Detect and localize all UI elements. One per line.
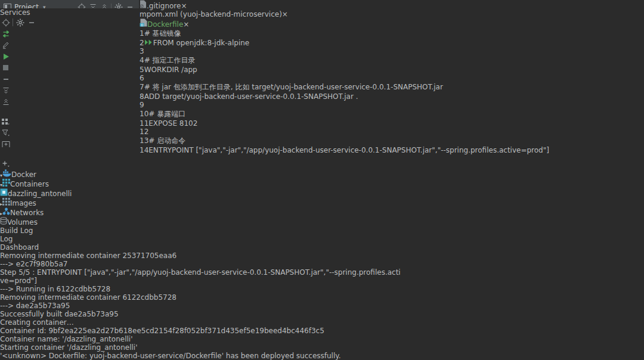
filter-button[interactable] (0, 127, 11, 138)
services-header: Services (0, 8, 644, 28)
project-toolbar (76, 2, 135, 9)
run-icon (2, 53, 10, 60)
console-line: Removing intermediate container 6122cdbb… (0, 293, 644, 302)
console-line: ---> Running in 6122cdbb5728 (0, 285, 644, 293)
log-tab-dashboard[interactable]: Dashboard (0, 243, 644, 252)
tree-item-label: Images (10, 199, 36, 207)
services-tree-toolbar (0, 85, 644, 169)
gear-button[interactable] (113, 2, 124, 9)
new-frame-button[interactable] (0, 138, 11, 150)
stop-icon (2, 64, 9, 71)
services-side-toolbar (0, 28, 644, 85)
tool-window-icon (4, 4, 11, 9)
services-panel-title: Services (0, 8, 30, 17)
add-icon (2, 160, 10, 167)
chevron-down-icon[interactable]: ▾ (43, 4, 46, 8)
project-panel-title[interactable]: Project (14, 3, 39, 8)
editor-area: .gitignore×mpom.xml (yuoj-backend-micros… (140, 0, 549, 8)
tree-item-label: Volumes (7, 218, 38, 226)
services-tree-item-containers[interactable]: ▾Containers (0, 179, 644, 188)
tree-item-label: Networks (10, 209, 44, 217)
edit-button[interactable] (0, 39, 11, 51)
group-icon (2, 118, 10, 125)
add-button[interactable] (0, 158, 11, 169)
networks-icon (2, 209, 10, 217)
services-tree[interactable]: ▾Docker▾Containersdazzling_antonelli▸Ima… (0, 169, 644, 226)
services-header-toolbar (0, 17, 644, 28)
gear-icon (114, 3, 123, 8)
project-header: Project ▾ (0, 0, 139, 8)
collapse-all-icon (2, 98, 10, 105)
console-line: Container name: '/dazzling_antonelli' (0, 335, 644, 343)
log-tabs: Build LogLogDashboard (0, 226, 644, 252)
volumes-icon (0, 218, 7, 226)
container-icon (0, 190, 8, 198)
services-tree-item-dazzling_antonelli[interactable]: dazzling_antonelli (0, 188, 644, 198)
log-pane: Build LogLogDashboard Removing intermedi… (0, 226, 644, 360)
console-line: ve=prod"] (0, 277, 644, 285)
toolbar-separator (13, 18, 13, 26)
console-line: Successfully built dae2a5b73a95 (0, 310, 644, 318)
collapse-all-button[interactable] (0, 96, 11, 107)
console-line: Creating container… (0, 318, 644, 327)
services-body: ▾Docker▾Containersdazzling_antonelli▸Ima… (0, 28, 644, 360)
locate-button[interactable] (76, 2, 87, 9)
services-tree-item-images[interactable]: ▸Images (0, 198, 644, 207)
run-button[interactable] (0, 51, 11, 62)
expand-all-icon (89, 4, 97, 8)
console-line: Starting container '/dazzling_antonelli' (0, 343, 644, 352)
hide-icon (28, 19, 35, 26)
services-tree-pane: ▾Docker▾Containersdazzling_antonelli▸Ima… (0, 85, 644, 226)
images-icon (2, 199, 10, 207)
console-line: Step 5/5 : ENTRYPOINT ["java","-jar","/a… (0, 268, 644, 277)
build-log-console[interactable]: Removing intermediate container 25371705… (0, 252, 644, 360)
services-tree-item-volumes[interactable]: Volumes (0, 217, 644, 226)
deploy-icon (2, 30, 10, 38)
tree-item-label: Containers (10, 180, 49, 188)
gear-icon (16, 18, 24, 27)
console-line: ---> dae2a5b73a95 (0, 302, 644, 310)
expand-all-button[interactable] (87, 2, 98, 9)
locate-icon (78, 3, 86, 8)
services-tree-item-docker[interactable]: ▾Docker (0, 169, 644, 179)
tree-item-label: dazzling_antonelli (8, 190, 72, 198)
console-line: Container Id: 9bf2ea225ea2d27b618ee5cd21… (0, 327, 644, 335)
locate-icon (2, 18, 10, 27)
collapse-button[interactable] (0, 73, 11, 85)
toolbar-separator (111, 4, 112, 9)
console-line: '<unknown> Dockerfile: yuoj-backend-user… (0, 352, 644, 360)
console-line: Removing intermediate container 25371705… (0, 252, 644, 260)
services-tool-window: Services ▾Docker▾Containersdazzling_anto… (0, 8, 644, 360)
deploy-button[interactable] (0, 28, 11, 39)
expand-all-icon (2, 87, 10, 94)
gitignore-file-icon (140, 0, 147, 8)
stop-button[interactable] (0, 62, 11, 73)
filter-icon (2, 129, 10, 136)
new-frame-icon (2, 141, 10, 148)
hide-button[interactable] (124, 2, 135, 9)
console-line: ---> e2c7f980b5a7 (0, 260, 644, 268)
tree-item-label: Docker (11, 170, 36, 179)
expand-all-button[interactable] (0, 85, 11, 96)
log-tab-log[interactable]: Log (0, 235, 644, 243)
locate-button[interactable] (0, 17, 11, 28)
group-button[interactable] (0, 116, 11, 127)
log-tab-build-log[interactable]: Build Log (0, 226, 644, 235)
gear-button[interactable] (14, 17, 26, 28)
project-tool-window: Project ▾ ▾yuoj-backend-microservice~/yu… (0, 0, 140, 8)
hide-button[interactable] (26, 17, 37, 28)
services-tree-item-networks[interactable]: ▸Networks (0, 207, 644, 217)
edit-icon (2, 41, 10, 49)
collapse-icon (2, 76, 10, 83)
collapse-all-icon (101, 4, 108, 8)
containers-icon (2, 180, 10, 188)
hide-icon (126, 4, 134, 8)
top-section: Project ▾ ▾yuoj-backend-microservice~/yu… (0, 0, 644, 8)
ide-window: Project ▾ ▾yuoj-backend-microservice~/yu… (0, 0, 644, 360)
docker-icon (2, 170, 11, 179)
collapse-all-button[interactable] (98, 2, 110, 9)
